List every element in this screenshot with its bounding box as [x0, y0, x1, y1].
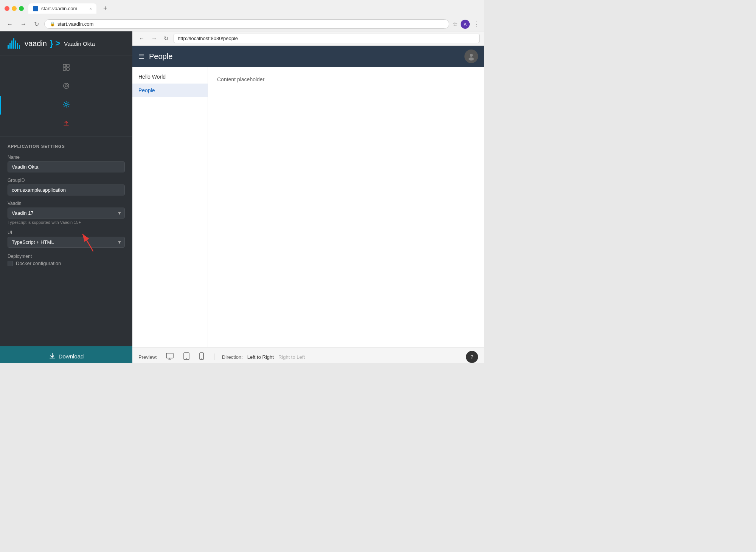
address-text: start.vaadin.com: [57, 21, 93, 27]
vaadin-field-row: Vaadin Vaadin 17 Vaadin 14 LTS ▼ Typescr…: [8, 201, 125, 225]
sidebar-item-settings[interactable]: [0, 96, 132, 115]
traffic-lights: [5, 6, 24, 11]
svg-point-6: [65, 85, 67, 87]
tab-title: start.vaadin.com: [41, 6, 77, 11]
deployment-label: Deployment: [8, 254, 125, 259]
address-bar[interactable]: 🔒 start.vaadin.com: [44, 19, 449, 29]
docker-label: Docker configuration: [16, 260, 61, 266]
svg-rect-1: [63, 64, 66, 67]
help-button[interactable]: ?: [466, 351, 478, 363]
lock-icon: 🔒: [50, 22, 55, 26]
app-header: ☰ People: [132, 46, 484, 67]
browser-addressbar: ← → ↻ 🔒 start.vaadin.com ☆ A ⋮: [0, 17, 484, 31]
preview-content: ☰ People Hello World: [132, 46, 484, 347]
name-field-row: Name: [8, 155, 125, 172]
vaadin-select[interactable]: Vaadin 17 Vaadin 14 LTS: [8, 208, 125, 219]
app-main: Content placeholder: [208, 67, 484, 347]
groupid-label: GroupID: [8, 178, 125, 183]
preview-forward-button[interactable]: →: [149, 34, 159, 42]
profile-avatar[interactable]: A: [461, 20, 470, 29]
browser-actions: ☆ A ⋮: [452, 20, 480, 29]
docker-checkbox-row: Docker configuration: [8, 260, 125, 266]
svg-point-10: [469, 57, 474, 60]
preview-toolbar: Preview: Direction:: [132, 347, 484, 363]
section-title: APPLICATION SETTINGS: [8, 144, 125, 149]
desktop-device-icon[interactable]: [163, 351, 176, 363]
app-title: People: [149, 52, 464, 61]
close-button[interactable]: [5, 6, 9, 11]
deployment-section: Deployment Docker configuration: [8, 254, 125, 266]
sidebar-item-upload[interactable]: [0, 115, 132, 133]
reload-button[interactable]: ↻: [32, 20, 41, 28]
back-button[interactable]: ←: [5, 20, 15, 28]
upload-icon: [62, 119, 70, 129]
docker-checkbox[interactable]: [8, 261, 13, 266]
ltr-button[interactable]: Left to Right: [247, 354, 274, 360]
svg-point-9: [470, 54, 473, 57]
vaadin-bracket-icon: }: [50, 39, 53, 48]
sidebar-footer: Download: [0, 346, 132, 363]
sidebar-content: APPLICATION SETTINGS Name GroupID Vaadin…: [0, 136, 132, 346]
sidebar-app-name: Vaadin Okta: [64, 40, 95, 47]
svg-rect-11: [166, 353, 173, 358]
svg-point-13: [186, 358, 187, 359]
nav-item-people[interactable]: People: [132, 84, 208, 97]
name-label: Name: [8, 155, 125, 160]
forward-button[interactable]: →: [18, 20, 29, 28]
puzzle-icon: [62, 82, 70, 91]
tab-close-button[interactable]: ×: [90, 6, 92, 11]
svg-point-15: [201, 358, 202, 359]
app-sidebar: Hello World People: [132, 67, 208, 347]
svg-rect-2: [67, 64, 69, 67]
rtl-button[interactable]: Right to Left: [278, 354, 305, 360]
browser-titlebar: start.vaadin.com × +: [0, 0, 484, 17]
tablet-device-icon[interactable]: [181, 350, 192, 363]
name-input[interactable]: [8, 161, 125, 172]
preview-browser-bar: ← → ↻: [132, 31, 484, 46]
sidebar-nav: [0, 56, 132, 136]
hamburger-icon[interactable]: ☰: [138, 52, 144, 60]
content-placeholder: Content placeholder: [217, 76, 264, 82]
vaadin-select-wrap: Vaadin 17 Vaadin 14 LTS ▼: [8, 208, 125, 219]
svg-point-7: [65, 103, 67, 105]
app-layout: vaadin } > Vaadin Okta: [0, 31, 484, 363]
download-icon: [49, 352, 56, 360]
vaadin-logo-bars: [8, 38, 20, 49]
preview-label: Preview:: [138, 354, 157, 360]
user-avatar[interactable]: [464, 50, 478, 63]
tab-favicon: [33, 6, 38, 11]
app-body: Hello World People Content placeholder: [132, 67, 484, 347]
bookmark-icon[interactable]: ☆: [452, 20, 458, 28]
dashboard-icon: [62, 64, 70, 73]
preview-reload-button[interactable]: ↻: [162, 34, 171, 43]
download-label: Download: [59, 353, 84, 360]
svg-rect-4: [67, 68, 69, 70]
sidebar: vaadin } > Vaadin Okta: [0, 31, 132, 363]
browser-tab[interactable]: start.vaadin.com ×: [28, 3, 96, 14]
preview-back-button[interactable]: ←: [137, 34, 146, 42]
ui-select-wrap: TypeScript + HTML Java TypeScript ▼: [8, 237, 125, 248]
preview-address-bar[interactable]: [174, 34, 480, 43]
new-tab-button[interactable]: +: [99, 3, 111, 14]
maximize-button[interactable]: [19, 6, 24, 11]
mobile-device-icon[interactable]: [197, 350, 206, 363]
download-button[interactable]: Download: [49, 352, 84, 360]
groupid-input[interactable]: [8, 185, 125, 195]
vaadin-hint: Typescript is supported with Vaadin 15+: [8, 220, 125, 225]
svg-rect-0: [34, 7, 37, 11]
preview-area: ← → ↻ ☰ People: [132, 31, 484, 363]
settings-icon: [62, 101, 70, 110]
vaadin-gt-icon: >: [56, 39, 61, 48]
groupid-field-row: GroupID: [8, 178, 125, 195]
ui-select[interactable]: TypeScript + HTML Java TypeScript: [8, 237, 125, 248]
toolbar-divider: [214, 354, 214, 360]
sidebar-header: vaadin } > Vaadin Okta: [0, 31, 132, 56]
vaadin-logo: vaadin } >: [8, 38, 60, 49]
direction-label: Direction:: [222, 354, 243, 360]
minimize-button[interactable]: [12, 6, 17, 11]
browser-menu-icon[interactable]: ⋮: [473, 20, 480, 28]
svg-point-5: [64, 83, 69, 88]
sidebar-item-dashboard[interactable]: [0, 59, 132, 78]
nav-item-hello-world[interactable]: Hello World: [132, 70, 208, 84]
sidebar-item-components[interactable]: [0, 78, 132, 96]
